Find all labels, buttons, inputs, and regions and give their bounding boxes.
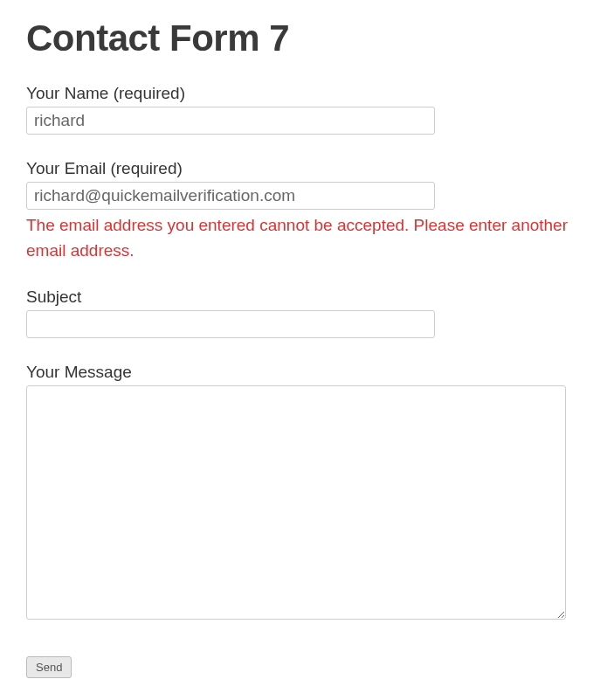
send-button[interactable]: Send xyxy=(26,656,72,678)
message-label: Your Message xyxy=(26,363,574,382)
name-group: Your Name (required) xyxy=(26,84,574,135)
subject-group: Subject xyxy=(26,288,574,338)
email-error-message: The email address you entered cannot be … xyxy=(26,213,568,263)
subject-label: Subject xyxy=(26,288,574,307)
email-group: Your Email (required) The email address … xyxy=(26,159,574,263)
message-textarea[interactable] xyxy=(26,385,566,620)
email-label: Your Email (required) xyxy=(26,159,574,178)
subject-input[interactable] xyxy=(26,310,435,338)
name-label: Your Name (required) xyxy=(26,84,574,103)
name-input[interactable] xyxy=(26,107,435,135)
page-title: Contact Form 7 xyxy=(26,17,574,59)
email-input[interactable] xyxy=(26,182,435,210)
contact-form: Your Name (required) Your Email (require… xyxy=(26,84,574,678)
message-group: Your Message xyxy=(26,363,574,623)
